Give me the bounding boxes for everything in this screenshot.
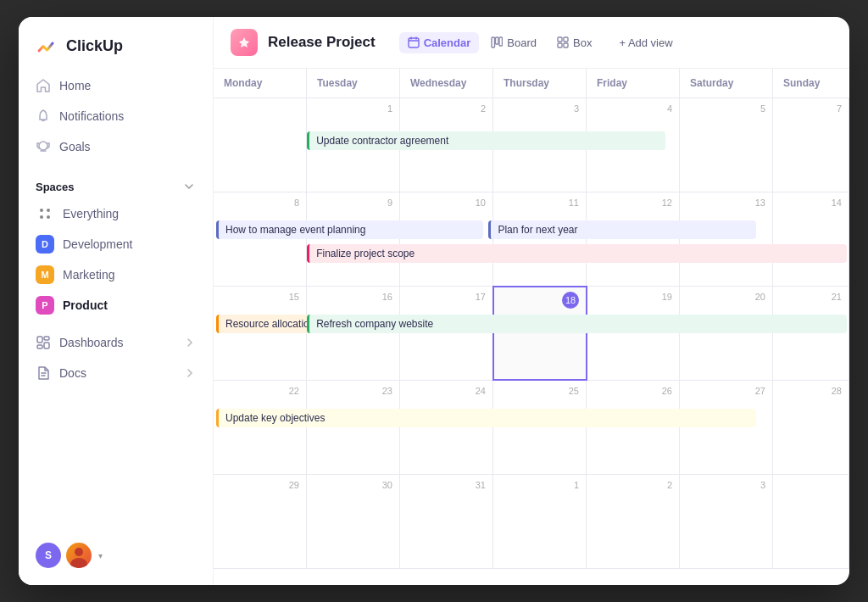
week4-cell3[interactable]: 1 bbox=[493, 475, 587, 568]
week1-cell4[interactable]: 12 bbox=[587, 192, 680, 286]
nav-item-home[interactable]: Home bbox=[25, 71, 206, 100]
space-item-marketing[interactable]: M Marketing bbox=[25, 259, 206, 290]
event-w1-e0[interactable]: How to manage event planning bbox=[216, 220, 483, 239]
day-header-wednesday: Wednesday bbox=[400, 69, 493, 98]
svg-rect-12 bbox=[492, 37, 495, 47]
svg-point-0 bbox=[39, 142, 47, 150]
space-item-development[interactable]: D Development bbox=[25, 229, 206, 259]
week3-cell2[interactable]: 24 bbox=[400, 381, 493, 474]
week4-cell6[interactable] bbox=[773, 475, 849, 568]
day-number-w3c5: 27 bbox=[687, 386, 765, 396]
week0-cell5[interactable]: 5 bbox=[680, 98, 773, 192]
svg-rect-16 bbox=[564, 37, 568, 42]
day-header-tuesday: Tuesday bbox=[307, 69, 400, 98]
tab-calendar[interactable]: Calendar bbox=[399, 32, 480, 53]
clickup-logo-icon bbox=[36, 34, 59, 58]
week2-cell4[interactable]: 19 bbox=[587, 287, 680, 380]
event-w3-e0[interactable]: Update key objectives bbox=[216, 409, 756, 427]
week2-cell5[interactable]: 20 bbox=[680, 287, 773, 380]
event-w1-e2[interactable]: Finalize project scope bbox=[307, 244, 847, 263]
week2-cell6[interactable]: 21 bbox=[773, 287, 849, 380]
tab-box[interactable]: Box bbox=[548, 32, 600, 53]
day-number-w1c1: 9 bbox=[314, 198, 392, 208]
tab-calendar-label: Calendar bbox=[424, 36, 471, 49]
week4-cell1[interactable]: 30 bbox=[307, 475, 400, 568]
home-icon bbox=[36, 78, 51, 93]
svg-point-1 bbox=[40, 209, 43, 212]
nav-home-label: Home bbox=[59, 79, 91, 92]
event-w2-e1[interactable]: Refresh company website bbox=[307, 315, 847, 333]
day-number-w3c3: 25 bbox=[500, 386, 579, 396]
week3-cell1[interactable]: 23 bbox=[307, 381, 400, 474]
spaces-header[interactable]: Spaces bbox=[25, 175, 206, 198]
view-tabs: Calendar Board bbox=[399, 32, 601, 53]
event-w0-e0[interactable]: Update contractor agreement bbox=[307, 131, 665, 150]
calendar-container: Monday Tuesday Wednesday Thursday Friday… bbox=[214, 69, 849, 585]
week1-cell1[interactable]: 9 bbox=[307, 192, 400, 286]
week3-cell5[interactable]: 27 bbox=[680, 381, 773, 474]
tab-board[interactable]: Board bbox=[482, 32, 545, 53]
space-item-everything[interactable]: Everything bbox=[25, 198, 206, 229]
space-item-product[interactable]: P Product bbox=[25, 290, 206, 321]
day-header-monday: Monday bbox=[214, 69, 307, 98]
week1-cell0[interactable]: 8 bbox=[214, 192, 307, 286]
main-content: Release Project Calendar bbox=[214, 17, 849, 585]
everything-icon bbox=[36, 204, 54, 223]
nav-docs-label: Docs bbox=[59, 366, 86, 380]
week3-cell6[interactable]: 28 bbox=[773, 381, 849, 474]
svg-point-10 bbox=[70, 558, 87, 568]
day-header-thursday: Thursday bbox=[493, 69, 587, 98]
project-title: Release Project bbox=[268, 34, 376, 51]
week1-cell3[interactable]: 11 bbox=[493, 192, 587, 286]
week3-cell4[interactable]: 26 bbox=[587, 381, 680, 474]
event-w1-e1[interactable]: Plan for next year bbox=[488, 220, 755, 239]
week-row-4: 293031123 bbox=[214, 475, 849, 569]
week4-cell5[interactable]: 3 bbox=[680, 475, 773, 568]
svg-point-2 bbox=[47, 209, 50, 212]
day-number-w4c5: 3 bbox=[687, 480, 765, 490]
board-tab-icon bbox=[491, 36, 503, 48]
week2-cell0[interactable]: 15 bbox=[214, 287, 307, 380]
week1-cell2[interactable]: 10 bbox=[400, 192, 493, 286]
calendar-body: 123457Update contractor agreement8910111… bbox=[214, 98, 849, 585]
nav-dashboards-label: Dashboards bbox=[59, 336, 124, 349]
day-number-w0c1: 1 bbox=[314, 103, 392, 114]
week1-cell6[interactable]: 14 bbox=[773, 192, 849, 286]
day-number-w2c1: 16 bbox=[314, 292, 392, 302]
development-badge: D bbox=[36, 235, 54, 254]
add-view-button[interactable]: + Add view bbox=[610, 32, 681, 53]
nav-item-notifications[interactable]: Notifications bbox=[25, 102, 206, 131]
week3-cell0[interactable]: 22 bbox=[214, 381, 307, 474]
week1-cell5[interactable]: 13 bbox=[680, 192, 773, 286]
svg-point-4 bbox=[47, 215, 50, 219]
week0-cell0[interactable] bbox=[214, 98, 307, 192]
user-avatar-s[interactable]: S bbox=[36, 543, 61, 568]
calendar-tab-icon bbox=[408, 36, 420, 48]
main-nav: Home Notifications Goals bbox=[19, 71, 213, 161]
week2-cell1[interactable]: 16 bbox=[307, 287, 400, 380]
week4-cell2[interactable]: 31 bbox=[400, 475, 493, 568]
week2-cell2[interactable]: 17 bbox=[400, 287, 493, 380]
nav-item-docs[interactable]: Docs bbox=[25, 358, 206, 388]
nav-item-dashboards[interactable]: Dashboards bbox=[25, 327, 206, 358]
day-number-w3c6: 28 bbox=[780, 386, 842, 396]
week4-cell0[interactable]: 29 bbox=[214, 475, 307, 568]
project-icon-svg bbox=[236, 35, 252, 50]
svg-rect-5 bbox=[37, 337, 42, 343]
nav-goals-label: Goals bbox=[59, 140, 91, 153]
day-number-w3c2: 24 bbox=[407, 386, 486, 396]
week4-cell4[interactable]: 2 bbox=[587, 475, 680, 568]
box-tab-icon bbox=[557, 36, 569, 48]
day-number-w4c3: 1 bbox=[500, 480, 579, 490]
user-chevron[interactable]: ▾ bbox=[98, 551, 103, 560]
week2-cell3[interactable]: 18 bbox=[493, 287, 587, 380]
nav-item-goals[interactable]: Goals bbox=[25, 132, 206, 161]
day-number-w1c6: 14 bbox=[780, 198, 842, 208]
week0-cell6[interactable]: 7 bbox=[773, 98, 849, 192]
week3-cell3[interactable]: 25 bbox=[493, 381, 587, 474]
user-photo-icon bbox=[66, 543, 92, 568]
user-avatar-photo[interactable] bbox=[66, 543, 92, 568]
svg-rect-18 bbox=[564, 43, 568, 47]
sidebar-footer: S ▾ bbox=[19, 532, 213, 571]
day-number-w4c2: 31 bbox=[407, 480, 486, 490]
